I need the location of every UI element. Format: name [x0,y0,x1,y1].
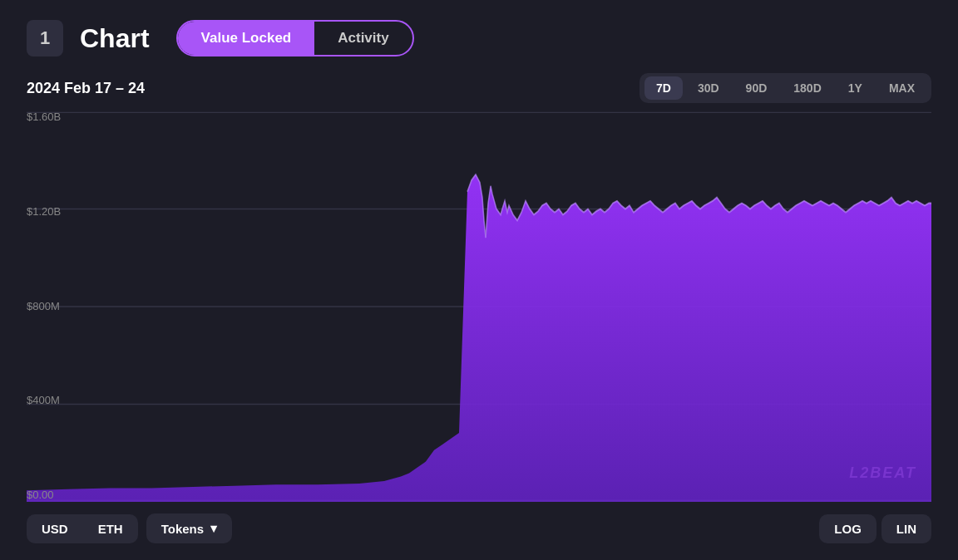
chart-title: Chart [80,23,150,54]
range-btn-1y[interactable]: 1Y [837,76,874,100]
bottom-left-controls: USD ETH Tokens ▾ [27,513,232,543]
scale-log-btn[interactable]: LOG [819,514,877,543]
header-row: 1 Chart Value Locked Activity [27,20,931,56]
chart-area: $1.60B $1.20B $800M $400M $0.00 L2BEAT [27,111,931,502]
range-btn-30d[interactable]: 30D [686,76,731,100]
controls-row: 2024 Feb 17 – 24 7D 30D 90D 180D 1Y MAX [27,73,931,103]
chart-number-badge: 1 [27,20,63,56]
range-btn-90d[interactable]: 90D [734,76,779,100]
scale-lin-btn[interactable]: LIN [881,514,931,543]
chevron-down-icon: ▾ [210,521,217,536]
range-button-group: 7D 30D 90D 180D 1Y MAX [639,73,931,103]
range-btn-7d[interactable]: 7D [644,76,683,100]
scale-button-group: LOG LIN [819,514,931,543]
tokens-label: Tokens [161,522,204,536]
currency-eth-btn[interactable]: ETH [83,514,138,543]
range-btn-180d[interactable]: 180D [782,76,832,100]
range-btn-max[interactable]: MAX [877,76,926,100]
date-range-label: 2024 Feb 17 – 24 [27,80,145,97]
currency-usd-btn[interactable]: USD [27,514,83,543]
bottom-controls: USD ETH Tokens ▾ LOG LIN [27,513,931,543]
tab-group: Value Locked Activity [176,20,414,56]
chart-svg [27,111,931,502]
tab-activity[interactable]: Activity [314,22,412,55]
tab-value-locked[interactable]: Value Locked [178,22,315,55]
tokens-dropdown-btn[interactable]: Tokens ▾ [146,513,232,543]
dashboard-container: 1 Chart Value Locked Activity 2024 Feb 1… [0,0,958,560]
currency-button-group: USD ETH [27,514,138,543]
chart-svg-wrapper: $1.60B $1.20B $800M $400M $0.00 L2BEAT [27,111,931,502]
